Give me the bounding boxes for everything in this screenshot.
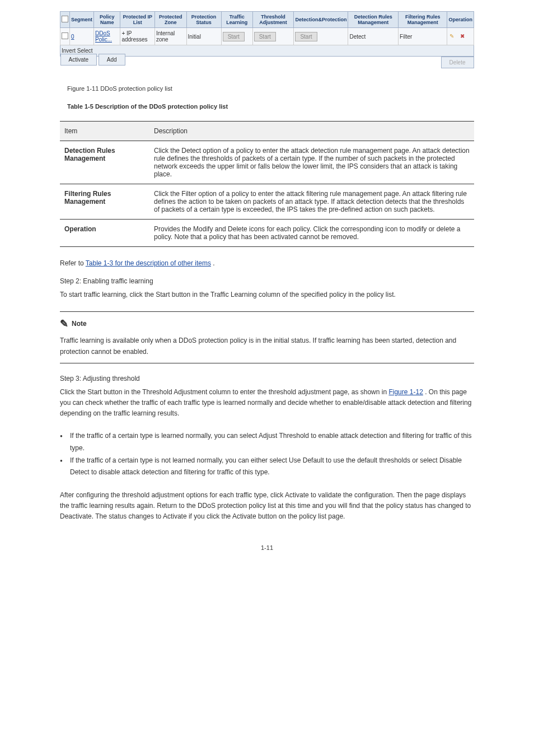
add-button[interactable]: Add <box>99 54 125 66</box>
policy-list-screenshot: Segment Policy Name Protected IP List Pr… <box>60 11 474 68</box>
row-checkbox[interactable] <box>62 32 68 39</box>
step2-body: To start traffic learning, click the Sta… <box>60 290 474 300</box>
col-ip-list: Protected IP List <box>120 12 155 28</box>
step3-title: Step 3: Adjusting threshold <box>60 375 474 382</box>
desc-cell: Click the Detect option of a policy to e… <box>149 141 474 184</box>
detect-link[interactable]: Detect <box>349 34 366 40</box>
edit-icon[interactable]: ✎ <box>449 33 456 40</box>
item-cell: Operation <box>60 220 149 247</box>
activate-button[interactable]: Activate <box>60 54 97 66</box>
refer-text: Refer to Table 1-3 for the description o… <box>60 258 474 269</box>
figure-link[interactable]: Figure 1-12 <box>388 388 423 396</box>
filter-link[interactable]: Filter <box>400 34 412 40</box>
traffic-start-button[interactable]: Start <box>223 32 245 41</box>
table-row: Operation Provides the Modify and Delete… <box>60 220 474 247</box>
col-filter-rules: Filtering Rules Management <box>399 12 447 28</box>
invert-select-button[interactable]: Invert Select <box>62 48 93 54</box>
action-row: Activate Add Delete <box>60 57 474 69</box>
desc-col-item: Item <box>60 122 149 141</box>
item-cell: Filtering Rules Management <box>60 184 149 220</box>
note-label: Note <box>72 320 87 328</box>
item-cell: Detection Rules Management <box>60 141 149 184</box>
segment-link[interactable]: 0 <box>71 34 74 40</box>
bullet-list: If the traffic of a certain type is lear… <box>60 430 474 478</box>
delete-button[interactable]: Delete <box>441 57 474 68</box>
threshold-start-button[interactable]: Start <box>254 32 276 41</box>
col-operation: Operation <box>447 12 474 28</box>
col-policy-name: Policy Name <box>94 12 120 28</box>
policy-name-link[interactable]: DDoS Polic... <box>95 30 112 43</box>
ip-list-cell: + IP addresses <box>120 28 155 45</box>
step3-body: Click the Start button in the Threshold … <box>60 387 474 419</box>
col-detect-prot: Detection&Protection <box>294 12 348 28</box>
step2-title: Step 2: Enabling traffic learning <box>60 277 474 285</box>
note-block: ✎ Note Traffic learning is available onl… <box>60 311 474 363</box>
zone-cell: Internal zone <box>154 28 186 45</box>
col-segment: Segment <box>70 12 94 28</box>
desc-col-desc: Description <box>149 122 474 141</box>
col-checkbox <box>60 12 70 28</box>
description-table: Item Description Detection Rules Managem… <box>60 121 474 247</box>
page-number: 1-11 <box>11 544 523 551</box>
list-item: If the traffic of a certain type is lear… <box>60 430 474 454</box>
desc-cell: Click the Filter option of a policy to e… <box>149 184 474 220</box>
detect-prot-start-button[interactable]: Start <box>295 32 317 41</box>
note-icon: ✎ <box>60 318 68 330</box>
figure-caption: Figure 1-11 DDoS protection policy list <box>67 85 523 92</box>
desc-cell: Provides the Modify and Delete icons for… <box>149 220 474 247</box>
col-traffic: Traffic Learning <box>221 12 252 28</box>
col-zone: Protected Zone <box>154 12 186 28</box>
status-cell: Initial <box>186 28 221 45</box>
select-all-checkbox[interactable] <box>62 16 68 22</box>
col-threshold: Threshold Adjustment <box>252 12 294 28</box>
table-row: 0 DDoS Polic... + IP addresses Internal … <box>60 28 474 45</box>
refer-link[interactable]: Table 1-3 for the description of other i… <box>86 259 211 267</box>
table-caption: Table 1-5 Description of the DDoS protec… <box>67 103 523 110</box>
after-bullets-text: After configuring the threshold adjustme… <box>60 490 474 522</box>
note-body: Traffic learning is available only when … <box>60 335 474 357</box>
list-item: If the traffic of a certain type is not … <box>60 455 474 479</box>
col-status: Protection Status <box>186 12 221 28</box>
delete-icon[interactable]: ✖ <box>460 33 467 40</box>
table-row: Detection Rules Management Click the Det… <box>60 141 474 184</box>
table-row: Filtering Rules Management Click the Fil… <box>60 184 474 220</box>
col-detect-rules: Detection Rules Management <box>348 12 399 28</box>
